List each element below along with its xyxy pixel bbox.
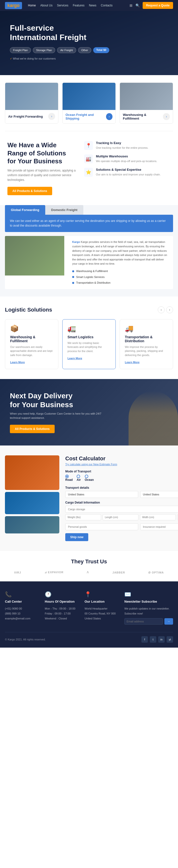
length-input[interactable] xyxy=(102,514,139,520)
trust-logo-1: IIIRJ xyxy=(14,571,21,574)
service-card-air-arrow[interactable]: › xyxy=(48,113,55,120)
site-logo[interactable]: kargo xyxy=(5,2,22,9)
solutions-heading-line2: for Your Business xyxy=(7,157,62,165)
hero-total-badge[interactable]: Total $0 xyxy=(93,47,109,53)
footer: 📞 Call Center (+01) 9080 00 (888) 999 10… xyxy=(0,581,178,648)
logo-text: kar xyxy=(7,3,14,8)
cargo-details-group: Cargo Detail Information xyxy=(65,501,178,520)
cargo-dimensions-row xyxy=(65,514,178,520)
logistic-title: Logistic Solutions xyxy=(5,307,52,313)
weight-input[interactable] xyxy=(65,514,101,520)
radio-air[interactable]: Air xyxy=(77,475,81,482)
logistic-prev-arrow[interactable]: ‹ xyxy=(158,306,165,313)
service-card-air-body: Air Freight Forwarding › xyxy=(5,110,58,123)
footer-call-phone1: (+01) 9080 00 xyxy=(5,606,39,611)
trust-logo-5: Ø OPTIMA xyxy=(148,571,164,574)
service-card-warehouse-body: Warehousing & Fulfillment › xyxy=(120,110,173,123)
service-card-ocean-body: Ocean Freight and Shipping › xyxy=(63,110,115,123)
footer-col-newsletter: ✉️ Newsletter Subscribe We publish updat… xyxy=(124,591,173,625)
social-youtube[interactable]: yt xyxy=(167,636,173,643)
service-card-air-title: Air Freight Forwarding xyxy=(8,115,43,118)
logistic-next-arrow[interactable]: › xyxy=(166,306,173,313)
logistic-warehouse-learn-more[interactable]: Learn More xyxy=(10,361,25,364)
radio-road-label: Road xyxy=(65,478,73,482)
logistic-card-smart-desc: We work by creating basic forecasts and … xyxy=(67,341,111,353)
all-products-button[interactable]: All Products & Solutions xyxy=(7,187,52,195)
cargo-misc-row xyxy=(65,523,178,530)
hero-pill-air[interactable]: Air Freight xyxy=(57,47,76,53)
tab-domestic-freight[interactable]: Domestic Freight xyxy=(45,205,83,215)
newsletter-email-input[interactable] xyxy=(124,618,163,625)
calc-form: Cost Calculator Try calculate using our … xyxy=(65,455,178,541)
logistic-smart-learn-more[interactable]: Learn More xyxy=(67,357,82,360)
request-quote-button[interactable]: Request a Quote xyxy=(143,2,173,9)
social-linkedin[interactable]: in xyxy=(158,636,165,643)
radio-road-dot xyxy=(65,475,69,478)
newsletter-submit-button[interactable]: → xyxy=(165,618,173,625)
width-input[interactable] xyxy=(140,514,176,520)
nav-link-home[interactable]: Home xyxy=(28,4,36,7)
service-card-warehouse-arrow[interactable]: › xyxy=(163,113,170,120)
service-card-ocean-arrow[interactable]: › xyxy=(106,113,113,120)
footer-newsletter-form: → xyxy=(124,618,173,625)
hero-pill-other[interactable]: Other xyxy=(78,47,91,53)
nav-link-news[interactable]: News xyxy=(89,4,96,7)
logistic-card-smart: 🚛 Smart Logistics We work by creating ba… xyxy=(62,319,116,369)
ship-from-select[interactable]: United States xyxy=(65,491,138,498)
nav-link-features[interactable]: Features xyxy=(73,4,84,7)
calc-image-tertiary xyxy=(5,516,59,533)
calc-form-title: Cost Calculator xyxy=(65,455,178,462)
insurance-input[interactable] xyxy=(140,523,178,530)
transport-details-label: Transport details xyxy=(65,486,178,490)
footer-col-call: 📞 Call Center (+01) 9080 00 (888) 999 10… xyxy=(5,591,39,625)
hero-pill-freight[interactable]: Freight Plan xyxy=(10,47,31,53)
ship-from-to-row: United States United States xyxy=(65,491,178,498)
radio-ocean[interactable]: Ocean xyxy=(85,475,94,482)
trust-logo-4: JABBER xyxy=(113,571,125,574)
forwarding-list-label-1: Warehousing & Fulfillment xyxy=(76,269,108,274)
nav-link-contacts[interactable]: Contacts xyxy=(101,4,113,7)
ship-now-button[interactable]: Ship now xyxy=(65,533,88,541)
nav-link-services[interactable]: Services xyxy=(57,4,68,7)
footer-call-email[interactable]: example@email.com xyxy=(5,616,39,621)
nextday-section: Next Day Delivery for Your Business When… xyxy=(0,379,178,445)
logistic-nav-arrows: ‹ › xyxy=(158,306,173,313)
forwarding-content: Kargo Kargo provides services in the fie… xyxy=(5,236,173,289)
nextday-person-image xyxy=(128,391,178,445)
grid-icon[interactable]: ⊞ xyxy=(129,3,132,7)
transport-details-group: Transport details United States United S… xyxy=(65,486,178,498)
service-card-warehouse: Warehousing & Fulfillment › xyxy=(120,83,173,124)
solutions-right: 📍 Tracking Is Easy One tracking number f… xyxy=(84,141,171,195)
nav-link-about[interactable]: About Us xyxy=(40,4,52,7)
forwarding-image xyxy=(5,236,64,276)
logistic-transport-learn-more[interactable]: Learn More xyxy=(125,361,140,364)
tab-global-forwarding[interactable]: Global Forwarding xyxy=(5,205,45,215)
list-dot-2 xyxy=(72,276,74,278)
radio-road[interactable]: Road xyxy=(65,475,73,482)
social-twitter[interactable]: t xyxy=(150,636,156,643)
forwarding-body: We can be used either as an agent of any… xyxy=(5,215,173,232)
footer-location-line3: United States xyxy=(85,616,118,621)
hero-title-line1: Full-service xyxy=(10,24,54,32)
services-section: Air Freight Forwarding › Ocean Freight a… xyxy=(0,75,178,131)
footer-col-location: 📍 Our Location World Headquarter 00 Coun… xyxy=(85,591,118,625)
logistic-card-smart-title: Smart Logistics xyxy=(67,335,111,339)
footer-hours-line2: Friday : 09:00 - 17:00 xyxy=(45,611,79,616)
nextday-cta-button[interactable]: All Products & Solutions xyxy=(10,425,55,433)
search-icon[interactable]: 🔍 xyxy=(136,3,140,7)
hero-note: What we're doing for our customers xyxy=(10,57,168,60)
calc-subtitle[interactable]: Try calculate using our New Estimate For… xyxy=(65,463,178,466)
radio-ocean-label: Ocean xyxy=(85,478,94,482)
ship-to-select[interactable]: United States xyxy=(140,491,178,498)
logistic-header: Logistic Solutions ‹ › xyxy=(5,306,173,313)
cargo-desc-input[interactable] xyxy=(65,523,138,530)
logistic-warehouse-icon: 📦 xyxy=(10,324,53,333)
logo-accent: go xyxy=(14,3,20,8)
footer-grid: 📞 Call Center (+01) 9080 00 (888) 999 10… xyxy=(5,591,173,625)
footer-copyright: © Kargo 2021. All rights reserved. xyxy=(5,638,46,641)
cargo-type-input[interactable] xyxy=(65,506,178,513)
hero-pill-storage[interactable]: Storage Plan xyxy=(33,47,55,53)
calc-images xyxy=(5,455,59,541)
radio-group-transport: Road Air Ocean xyxy=(65,475,178,483)
social-facebook[interactable]: f xyxy=(141,636,148,643)
